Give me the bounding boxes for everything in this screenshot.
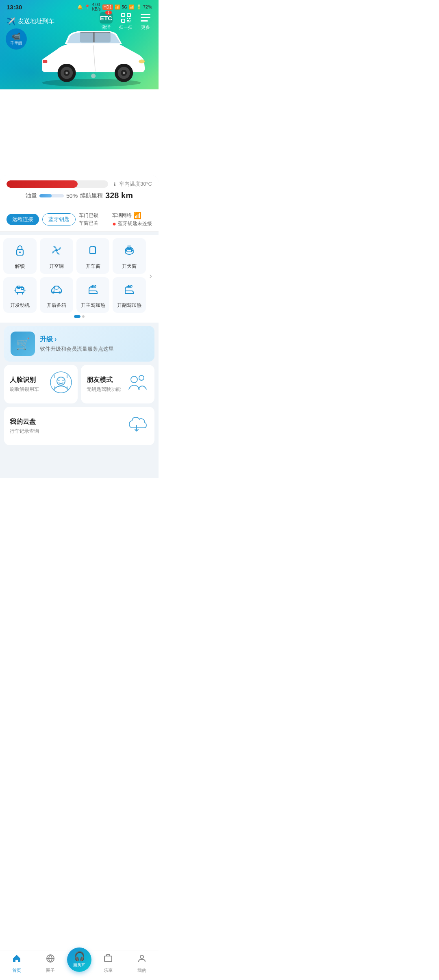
svg-point-26	[19, 252, 21, 253]
cloud-disk-card[interactable]: 我的云盘 行车记录查询	[4, 407, 154, 445]
upgrade-title: 升级 ›	[40, 335, 148, 344]
ac-label: 开空调	[49, 263, 64, 270]
svg-point-24	[91, 74, 96, 78]
page-dot-2	[82, 315, 85, 318]
page-dot-1	[74, 315, 80, 318]
sunroof-icon	[123, 244, 136, 260]
hero-background: ✈️ 发送地址到车 ETC 1 激活	[0, 0, 159, 89]
svg-rect-7	[127, 22, 130, 22]
signal-icon: 📶	[133, 212, 141, 219]
svg-rect-10	[141, 20, 148, 22]
scan-button[interactable]: 扫一扫	[119, 12, 133, 30]
upgrade-text: 升级 › 软件升级和会员流量服务点这里	[40, 335, 148, 353]
actions-next-arrow[interactable]: ›	[146, 268, 155, 284]
actions-with-arrow: 解锁	[3, 238, 155, 313]
main-content: 🌡 车内温度30°C 油量 50% 续航里程 328 km 远程连接 蓝牙钥匙 …	[0, 175, 159, 478]
trunk-icon	[50, 283, 63, 299]
cloud-disk-text: 我的云盘 行车记录查询	[10, 418, 39, 435]
bt-dot-icon: ●	[112, 221, 116, 227]
trunk-button[interactable]: 开后备箱	[40, 277, 73, 313]
remote-connect-button[interactable]: 远程连接	[7, 214, 39, 225]
more-button[interactable]: 更多	[139, 12, 152, 30]
seat-heat-passenger-icon	[123, 283, 136, 299]
svg-point-13	[139, 60, 145, 63]
car-info-bar: 🌡 车内温度30°C 油量 50% 续航里程 328 km	[0, 175, 159, 208]
sunroof-label: 开天窗	[122, 263, 137, 270]
seat-heat-passenger-button[interactable]: 开副驾加热	[113, 277, 146, 313]
temp-text: 🌡 车内温度30°C	[112, 180, 152, 188]
svg-point-38	[57, 377, 65, 385]
svg-point-37	[50, 372, 72, 393]
temp-row: 🌡 车内温度30°C	[7, 180, 152, 188]
svg-point-27	[55, 249, 58, 252]
window-status: 车窗已关	[79, 220, 98, 227]
sunroof-button[interactable]: 开天窗	[113, 238, 146, 274]
scan-label: 扫一扫	[119, 24, 133, 30]
temp-bar-fill	[7, 180, 78, 188]
svg-rect-3	[127, 18, 128, 19]
seat-heat-passenger-label: 开副驾加热	[117, 302, 141, 309]
svg-point-35	[52, 291, 54, 294]
status-badges: 远程连接 蓝牙钥匙 车门已锁 车窗已关 车辆网络 📶 ● 蓝牙钥匙未连接	[0, 208, 159, 232]
ac-button[interactable]: 开空调	[40, 238, 73, 274]
qianliyan-label: 千里眼	[10, 41, 22, 46]
svg-point-36	[59, 291, 61, 294]
unlock-label: 解锁	[15, 263, 25, 270]
cloud-disk-icon	[127, 413, 149, 439]
actions-row-2: 开发动机	[3, 277, 146, 313]
temp-value: 车内温度30°C	[119, 180, 152, 188]
friend-mode-text: 朋友模式 无钥匙驾驶功能	[87, 376, 121, 393]
face-recognition-card[interactable]: 人脸识别 刷脸解锁用车	[4, 365, 78, 403]
trunk-label: 开后备箱	[47, 302, 66, 309]
network-top: 车辆网络 📶	[112, 212, 141, 219]
fuel-percent: 50%	[66, 193, 78, 199]
svg-point-41	[131, 376, 137, 383]
window-label: 开车窗	[86, 263, 100, 270]
window-icon	[87, 244, 100, 260]
qianliyan-button[interactable]: 📹 千里眼	[6, 28, 27, 50]
network-status: 车辆网络 📶 ● 蓝牙钥匙未连接	[112, 212, 152, 227]
upgrade-icon: 🛒	[11, 332, 35, 356]
actions-row-1: 解锁	[3, 238, 146, 274]
actions-grid-wrap: 解锁	[3, 238, 146, 313]
door-window-status: 车门已锁 车窗已关	[79, 212, 98, 227]
face-recognition-title: 人脸识别	[10, 376, 39, 384]
upgrade-subtitle: 软件升级和会员流量服务点这里	[40, 345, 148, 353]
etc-button[interactable]: ETC 1 激活	[100, 12, 113, 30]
fan-icon	[50, 244, 63, 260]
bt-status-label: 蓝牙钥匙未连接	[118, 220, 152, 227]
network-label: 车辆网络	[112, 212, 132, 219]
unlock-button[interactable]: 解锁	[3, 238, 37, 274]
seat-heat-driver-button[interactable]: 开主驾加热	[76, 277, 110, 313]
address-label: 发送地址到车	[18, 17, 54, 25]
bt-key-button[interactable]: 蓝牙钥匙	[42, 213, 76, 225]
engine-button[interactable]: 开发动机	[3, 277, 37, 313]
bt-connect-status: ● 蓝牙钥匙未连接	[112, 220, 152, 227]
top-nav: ✈️ 发送地址到车 ETC 1 激活	[0, 12, 159, 30]
seat-heat-driver-label: 开主驾加热	[81, 302, 105, 309]
svg-rect-2	[122, 19, 125, 22]
navigation-icon: ✈️	[7, 17, 15, 26]
chevron-right-icon: ›	[54, 336, 57, 343]
page-dots	[3, 313, 155, 318]
scan-icon	[120, 12, 133, 24]
fuel-row: 油量 50% 续航里程 328 km	[7, 191, 152, 200]
svg-rect-4	[129, 18, 130, 19]
window-button[interactable]: 开车窗	[76, 238, 110, 274]
menu-icon	[139, 12, 152, 24]
friend-mode-card[interactable]: 朋友模式 无钥匙驾驶功能	[81, 365, 154, 403]
quick-actions: 解锁	[0, 235, 159, 323]
engine-label: 开发动机	[10, 302, 30, 309]
friend-mode-subtitle: 无钥匙驾驶功能	[87, 386, 121, 393]
address-button[interactable]: ✈️ 发送地址到车	[7, 17, 100, 26]
feature-cards: 人脸识别 刷脸解锁用车	[0, 362, 159, 403]
face-recognition-text: 人脸识别 刷脸解锁用车	[10, 376, 39, 393]
seat-heat-driver-icon	[87, 283, 100, 299]
svg-point-22	[123, 72, 125, 74]
car-image	[24, 20, 159, 89]
svg-point-40	[63, 380, 64, 381]
temp-bar	[7, 180, 108, 188]
svg-rect-5	[127, 20, 129, 21]
range-label: 续航里程	[80, 192, 103, 199]
upgrade-banner[interactable]: 🛒 升级 › 软件升级和会员流量服务点这里	[4, 326, 154, 362]
